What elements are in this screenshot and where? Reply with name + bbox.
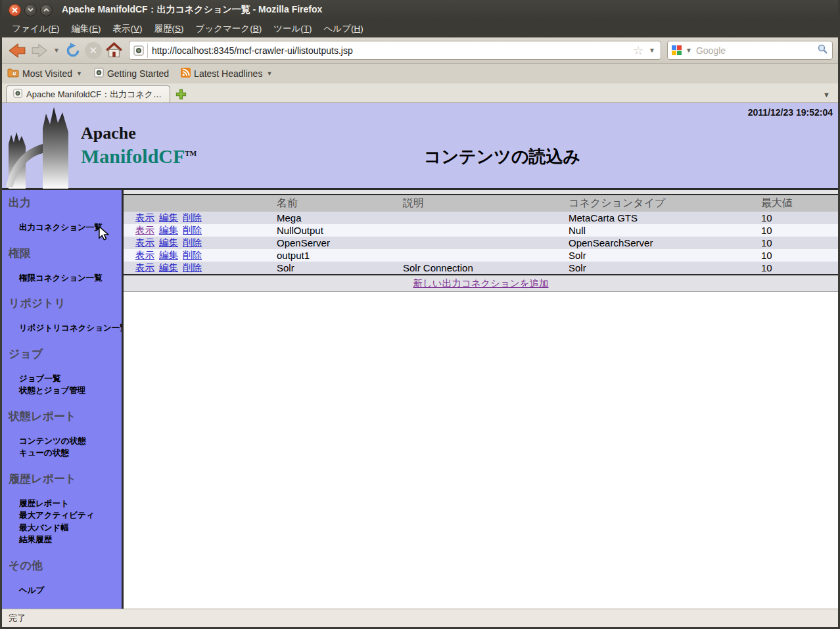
bookmark-star-icon[interactable]: ☆ <box>633 45 643 57</box>
delete-link[interactable]: 削除 <box>183 212 202 224</box>
sidebar-section-jobs: ジョブ ジョブ一覧 状態とジョブ管理 <box>2 348 122 397</box>
view-link[interactable]: 表示 <box>135 224 154 237</box>
search-bar[interactable]: ▼ <box>667 41 833 60</box>
new-tab-icon[interactable] <box>175 89 187 100</box>
edit-link[interactable]: 編集 <box>159 212 178 224</box>
table-row: 表示 編集 削除 Mega MetaCarta GTS 10 <box>124 212 838 224</box>
cell-max: 10 <box>761 225 838 236</box>
sidebar-item-result-history[interactable]: 結果履歴 <box>19 534 122 546</box>
sidebar-item-document-status[interactable]: コンテンツの状態 <box>19 436 122 448</box>
sidebar-item-help[interactable]: ヘルプ <box>19 585 122 597</box>
minimize-window-icon[interactable] <box>24 4 37 16</box>
sidebar-item-job-status[interactable]: 状態とジョブ管理 <box>19 385 122 397</box>
bookmark-latest-headlines[interactable]: Latest Headlines ▼ <box>181 68 272 80</box>
reload-icon[interactable] <box>64 42 82 59</box>
menu-view[interactable]: 表示(V) <box>107 21 149 37</box>
table-header-row: 名前 説明 コネクションタイプ 最大値 <box>124 195 838 212</box>
column-description: 説明 <box>403 197 569 210</box>
bookmark-getting-started[interactable]: Getting Started <box>94 68 169 80</box>
view-link[interactable]: 表示 <box>135 249 154 262</box>
sidebar-section-repositories: リポジトリ リポジトリコネクション一覧 <box>2 297 122 335</box>
maximize-window-icon[interactable] <box>40 4 53 16</box>
edit-link[interactable]: 編集 <box>159 249 178 262</box>
search-engine-dropdown-icon[interactable]: ▼ <box>684 47 693 54</box>
menu-tools[interactable]: ツール(T) <box>268 21 317 37</box>
home-icon[interactable] <box>105 42 123 58</box>
sidebar-section-status-reports: 状態レポート コンテンツの状態 キューの状態 <box>2 410 122 459</box>
back-icon[interactable] <box>7 42 27 59</box>
sidebar-heading-history-reports: 履歴レポート <box>9 473 122 486</box>
google-logo-icon <box>672 45 682 55</box>
add-connection-row: 新しい出力コネクションを追加 <box>124 274 838 292</box>
row-actions: 表示 編集 削除 <box>124 249 277 262</box>
tab-active[interactable]: Apache ManifoldCF：出力コネクシ... <box>6 85 170 103</box>
sidebar-item-max-bandwidth[interactable]: 最大バンド幅 <box>19 523 122 534</box>
sidebar-item-max-activity[interactable]: 最大アクティビティ <box>19 510 122 522</box>
menu-history[interactable]: 履歴(S) <box>149 21 190 37</box>
delete-link[interactable]: 削除 <box>183 224 202 237</box>
tab-favicon <box>13 89 22 100</box>
url-input[interactable] <box>152 45 629 56</box>
menu-bar: ファイル(F) 編集(E) 表示(V) 履歴(S) ブックマーク(B) ツール(… <box>2 20 838 37</box>
tab-title: Apache ManifoldCF：出力コネクシ... <box>26 89 163 101</box>
column-name: 名前 <box>277 197 403 210</box>
sidebar-heading-miscellaneous: その他 <box>9 559 122 572</box>
search-input[interactable] <box>696 45 814 56</box>
delete-link[interactable]: 削除 <box>183 237 202 249</box>
delete-link[interactable]: 削除 <box>183 249 202 262</box>
cell-max: 10 <box>761 212 838 223</box>
page-title: コンテンツの読込み <box>424 147 580 166</box>
close-window-icon[interactable] <box>9 4 21 16</box>
menu-bookmarks[interactable]: ブックマーク(B) <box>190 21 268 37</box>
cell-connection-type: OpenSearchServer <box>569 237 761 248</box>
edit-link[interactable]: 編集 <box>159 237 178 249</box>
cell-name: NullOutput <box>277 225 403 236</box>
sidebar-heading-status-reports: 状態レポート <box>9 410 122 423</box>
sidebar: 出力 出力コネクション一覧 権限 権限コネクション一覧 リポジトリ リポジトリコ… <box>2 190 124 609</box>
table-row: 表示 編集 削除 OpenServer OpenSearchServer 10 <box>124 237 838 249</box>
edit-link[interactable]: 編集 <box>159 262 178 274</box>
sidebar-heading-authorities: 権限 <box>9 247 122 260</box>
sidebar-item-output-connections[interactable]: 出力コネクション一覧 <box>19 222 122 234</box>
window-controls <box>9 4 53 16</box>
view-link[interactable]: 表示 <box>135 237 154 249</box>
view-link[interactable]: 表示 <box>135 262 154 274</box>
sidebar-item-repository-connections[interactable]: リポジトリコネクション一覧 <box>19 323 122 335</box>
table-row: 表示 編集 削除 NullOutput Null 10 <box>124 224 838 237</box>
page-favicon[interactable] <box>133 43 148 58</box>
sidebar-item-job-list[interactable]: ジョブ一覧 <box>19 373 122 385</box>
sidebar-item-queue-status[interactable]: キューの状態 <box>19 448 122 459</box>
bookmark-most-visited[interactable]: Most Visited ▼ <box>7 68 82 80</box>
sidebar-item-history-report[interactable]: 履歴レポート <box>19 498 122 510</box>
table-row: 表示 編集 削除 output1 Solr 10 <box>124 249 838 262</box>
view-link[interactable]: 表示 <box>135 212 154 224</box>
cell-connection-type: Null <box>569 225 761 236</box>
rss-icon <box>181 68 191 80</box>
row-actions: 表示 編集 削除 <box>124 237 277 249</box>
column-connection-type: コネクションタイプ <box>569 197 761 210</box>
tab-list-dropdown-icon[interactable]: ▼ <box>823 91 830 99</box>
window-title: Apache ManifoldCF：出力コネクション一覧 - Mozilla F… <box>62 4 322 16</box>
forward-icon[interactable] <box>30 43 49 58</box>
stop-icon[interactable]: ✕ <box>85 42 102 59</box>
sidebar-item-authority-connections[interactable]: 権限コネクション一覧 <box>19 273 122 285</box>
menu-help[interactable]: ヘルプ(H) <box>318 21 369 37</box>
cell-max: 10 <box>761 237 838 248</box>
cell-description: Solr Connection <box>403 262 569 273</box>
magnifier-icon[interactable] <box>817 43 828 57</box>
cell-name: Solr <box>277 262 403 273</box>
menu-edit[interactable]: 編集(E) <box>66 21 107 37</box>
edit-link[interactable]: 編集 <box>159 224 178 237</box>
add-output-connection-link[interactable]: 新しい出力コネクションを追加 <box>413 277 548 290</box>
column-max: 最大値 <box>761 197 838 210</box>
table-top-strip <box>124 190 838 195</box>
row-actions: 表示 編集 削除 <box>124 212 277 224</box>
sidebar-section-miscellaneous: その他 ヘルプ <box>2 559 122 597</box>
url-bar[interactable]: ☆ ▼ <box>129 41 661 60</box>
delete-link[interactable]: 削除 <box>183 262 202 274</box>
page-body: 出力 出力コネクション一覧 権限 権限コネクション一覧 リポジトリ リポジトリコ… <box>2 190 838 609</box>
url-dropdown-icon[interactable]: ▼ <box>647 47 657 54</box>
back-forward-dropdown-icon[interactable]: ▼ <box>52 47 61 54</box>
menu-file[interactable]: ファイル(F) <box>6 21 66 37</box>
status-bar: 完了 <box>2 609 838 627</box>
